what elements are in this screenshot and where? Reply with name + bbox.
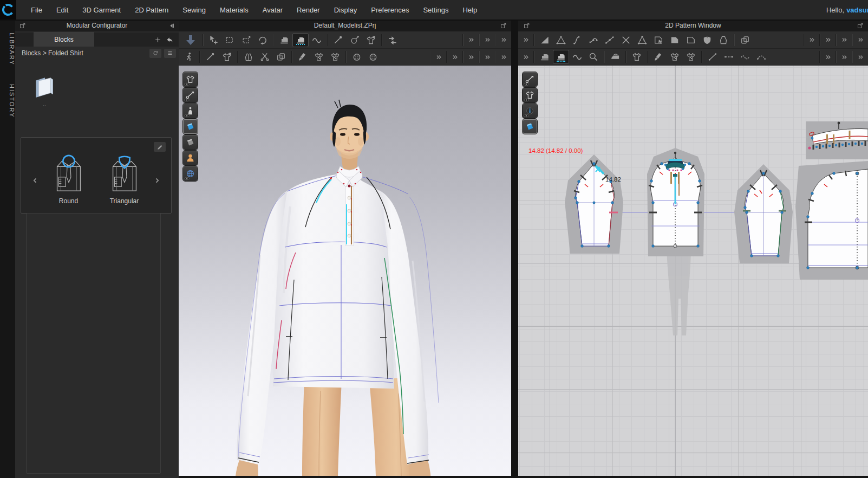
pattern-view-button[interactable] bbox=[523, 119, 537, 134]
carousel-left-icon[interactable] bbox=[30, 173, 41, 188]
popout-icon[interactable] bbox=[521, 21, 531, 30]
pin-cursor-tool[interactable] bbox=[203, 50, 219, 64]
surface-view-button[interactable] bbox=[183, 135, 198, 150]
select-button-tool[interactable] bbox=[349, 50, 365, 64]
pattern-piece-sleeve-right[interactable] bbox=[734, 164, 793, 263]
pin-ball-tool[interactable] bbox=[347, 33, 363, 47]
baseline-tool[interactable] bbox=[721, 50, 737, 64]
block-item-round[interactable]: Round bbox=[47, 153, 90, 205]
menu-help[interactable]: Help bbox=[455, 0, 484, 20]
parent-folder-item[interactable]: .. bbox=[27, 76, 62, 115]
window-divider[interactable] bbox=[511, 20, 518, 478]
menu-avatar[interactable]: Avatar bbox=[256, 0, 290, 20]
toolbar-overflow[interactable] bbox=[806, 33, 817, 47]
edit-sewing-tool[interactable] bbox=[537, 50, 553, 64]
toolbar-overflow[interactable] bbox=[482, 33, 493, 47]
toolbar-overflow[interactable] bbox=[839, 33, 850, 47]
show-grid-toggle[interactable] bbox=[183, 166, 198, 181]
show-avatar-toggle[interactable] bbox=[183, 104, 198, 118]
pin-tool[interactable] bbox=[330, 33, 347, 47]
toolbar-overflow[interactable] bbox=[823, 33, 833, 47]
create-shape-tool[interactable] bbox=[715, 33, 732, 47]
edit-curvature-tool[interactable] bbox=[569, 33, 585, 47]
tab-blocks[interactable]: Blocks bbox=[34, 33, 94, 47]
menu-render[interactable]: Render bbox=[290, 0, 327, 20]
edit-pattern-tool[interactable] bbox=[553, 33, 569, 47]
wavy-line-tool[interactable] bbox=[737, 50, 753, 64]
move-avatar-tool[interactable] bbox=[181, 50, 197, 64]
transform-pattern-tool[interactable] bbox=[238, 33, 254, 47]
show-sewing-toggle[interactable] bbox=[183, 88, 198, 102]
edit-style-line-tool[interactable] bbox=[240, 50, 257, 64]
dart-tool[interactable] bbox=[699, 33, 715, 47]
add-point-split-tool[interactable] bbox=[602, 33, 618, 47]
menu-3d-garment[interactable]: 3D Garment bbox=[75, 0, 128, 20]
internal-line-tool[interactable] bbox=[704, 50, 721, 64]
popout-icon[interactable] bbox=[498, 21, 508, 30]
clone-pattern-tool[interactable] bbox=[737, 33, 753, 47]
add-tab-button[interactable] bbox=[152, 34, 164, 45]
carousel-right-icon[interactable] bbox=[152, 173, 162, 188]
pin-to-garment-tool[interactable] bbox=[363, 33, 379, 47]
press-tool[interactable] bbox=[607, 50, 623, 64]
edit-curve-point-tool[interactable] bbox=[585, 33, 602, 47]
back-button[interactable] bbox=[164, 34, 175, 45]
toolbar-overflow[interactable] bbox=[449, 50, 460, 64]
segment-sewing-tool[interactable] bbox=[292, 33, 309, 47]
free-sewing-tool[interactable] bbox=[309, 33, 325, 47]
menu-preferences[interactable]: Preferences bbox=[364, 0, 416, 20]
menu-2d-pattern[interactable]: 2D Pattern bbox=[128, 0, 175, 20]
library-tab[interactable]: LIBRARY bbox=[0, 27, 15, 71]
select-move-tool[interactable] bbox=[206, 33, 222, 47]
popout-icon[interactable] bbox=[17, 21, 27, 30]
apply-fabric-tool[interactable] bbox=[311, 50, 327, 64]
toolbar-overflow[interactable] bbox=[823, 50, 833, 64]
fabric-direction-tool[interactable] bbox=[683, 50, 699, 64]
clone-layer-tool[interactable] bbox=[273, 50, 289, 64]
toolbar-overflow[interactable] bbox=[482, 50, 493, 64]
edit-texture-tool[interactable] bbox=[295, 50, 311, 64]
toolbar-overflow-left[interactable] bbox=[520, 33, 531, 47]
show-garment-toggle[interactable] bbox=[183, 72, 198, 87]
create-polygon-tool[interactable] bbox=[683, 33, 699, 47]
curved-dash-tool[interactable] bbox=[753, 50, 769, 64]
toolbar-overflow[interactable] bbox=[498, 50, 509, 64]
edit-texture-tool[interactable] bbox=[650, 50, 667, 64]
popout-icon[interactable] bbox=[855, 21, 865, 30]
pattern-mesh-view-button[interactable] bbox=[183, 119, 198, 134]
fabric-direction-tool[interactable] bbox=[327, 50, 343, 64]
collapse-panel-icon[interactable] bbox=[167, 21, 177, 30]
menu-file[interactable]: File bbox=[24, 0, 49, 20]
create-rectangle-tool[interactable] bbox=[667, 33, 683, 47]
pattern-piece-bodice-center[interactable] bbox=[647, 148, 704, 256]
toolbar-overflow[interactable] bbox=[498, 33, 509, 47]
toolbar-overflow[interactable] bbox=[855, 33, 866, 47]
show-sewing-toggle[interactable] bbox=[523, 72, 537, 87]
rotate-gizmo-tool[interactable] bbox=[254, 33, 271, 47]
simulate-tool[interactable] bbox=[181, 33, 200, 47]
toolbar-overflow[interactable] bbox=[466, 33, 477, 47]
select-box-tool[interactable] bbox=[222, 33, 238, 47]
pattern-piece-collar-band[interactable] bbox=[806, 121, 868, 159]
apply-fabric-tool[interactable] bbox=[667, 50, 683, 64]
transform-pattern-tool[interactable] bbox=[537, 33, 553, 47]
toolbar-overflow[interactable] bbox=[855, 50, 866, 64]
menu-settings[interactable]: Settings bbox=[416, 0, 455, 20]
sculpt-tool[interactable] bbox=[257, 50, 273, 64]
menu-display[interactable]: Display bbox=[327, 0, 364, 20]
pin-garment-tool[interactable] bbox=[219, 50, 235, 64]
merge-point-tool[interactable] bbox=[634, 33, 650, 47]
history-tab[interactable]: HISTORY bbox=[0, 79, 15, 124]
toolbar-overflow[interactable] bbox=[433, 50, 444, 64]
edit-cut-tool[interactable] bbox=[618, 33, 634, 47]
toolbar-overflow[interactable] bbox=[466, 50, 477, 64]
add-button-tool[interactable] bbox=[365, 50, 381, 64]
viewport-2d[interactable]: 14.82 (14.82 / 0.00) 14.82 bbox=[518, 66, 868, 476]
username[interactable]: vadsura bbox=[846, 6, 868, 14]
breadcrumb[interactable]: Blocks > Folded Shirt bbox=[15, 49, 149, 57]
edit-sewing-tool[interactable] bbox=[276, 33, 292, 47]
menu-sewing[interactable]: Sewing bbox=[175, 0, 213, 20]
viewport-3d[interactable] bbox=[179, 66, 511, 476]
pattern-piece-bodice-right[interactable] bbox=[795, 161, 868, 280]
toolbar-overflow[interactable] bbox=[839, 50, 850, 64]
